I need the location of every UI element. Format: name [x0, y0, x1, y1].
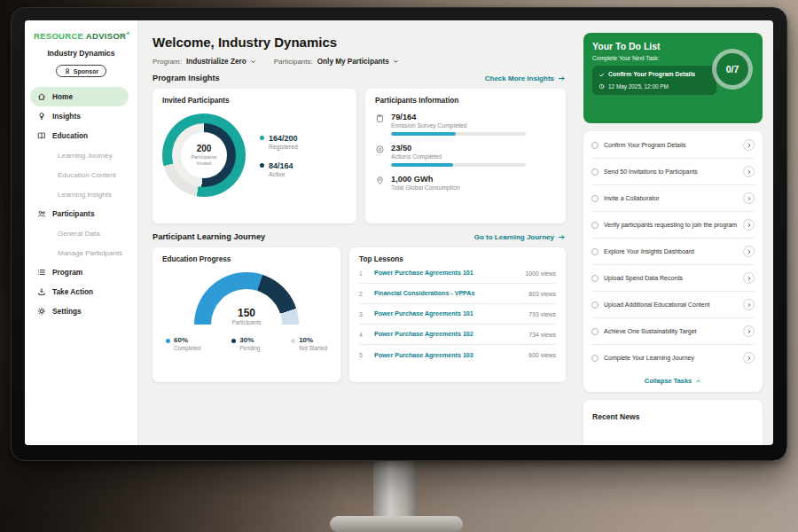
- lesson-link[interactable]: Power Purchase Agreements 101: [374, 270, 520, 277]
- education-legend: 60% Completed 30% Pending 10% Not Starte…: [162, 336, 331, 351]
- task-open-button[interactable]: [743, 352, 755, 364]
- insights-icon: [37, 112, 47, 121]
- check-more-insights-link[interactable]: Check More Insights: [485, 74, 566, 82]
- lesson-rank: 5: [359, 352, 369, 358]
- info-label: Actions Completed: [391, 153, 526, 160]
- task-open-button[interactable]: [743, 139, 755, 151]
- lesson-views: 600 views: [528, 352, 556, 358]
- next-task-due: 12 May 2025, 12:00 PM: [608, 83, 669, 90]
- check-icon: [598, 72, 605, 78]
- arrow-right-icon: [558, 74, 566, 82]
- dashboard-screen: RESOURCE ADVISOR+ Industry Dynamics Spon…: [25, 20, 773, 445]
- task-open-button[interactable]: [743, 246, 755, 257]
- sidebar-item-education-content[interactable]: Education Content: [30, 165, 129, 184]
- sidebar-item-participants[interactable]: Participants: [30, 204, 129, 223]
- task-open-button[interactable]: [743, 192, 755, 204]
- task-checkbox[interactable]: [591, 275, 598, 282]
- sidebar-item-insights[interactable]: Insights: [30, 106, 129, 126]
- lesson-link[interactable]: Power Purchase Agreements 101: [374, 310, 523, 317]
- sidebar-item-settings[interactable]: Settings: [30, 301, 129, 321]
- task-checkbox[interactable]: [591, 195, 598, 202]
- task-open-button[interactable]: [743, 299, 755, 310]
- todo-task-row[interactable]: Achieve One Sustainability Target: [591, 318, 755, 345]
- task-open-button[interactable]: [743, 325, 755, 337]
- lesson-link[interactable]: Power Purchase Agreements 103: [374, 352, 523, 359]
- invited-center-value: 200: [197, 144, 212, 153]
- sidebar-item-learning-insights[interactable]: Learning Insights: [30, 184, 129, 204]
- lesson-rank: 4: [359, 332, 369, 338]
- education-gauge-center: 150 Participants: [194, 307, 299, 325]
- task-open-button[interactable]: [743, 272, 755, 284]
- collapse-tasks-label: Collapse Tasks: [645, 377, 692, 385]
- todo-task-row[interactable]: Complete Your Learning Journey: [591, 345, 755, 371]
- next-task-box[interactable]: Confirm Your Program Details 12 May 2025…: [592, 66, 716, 95]
- todo-task-row[interactable]: Verify participants requesting to join t…: [591, 212, 755, 239]
- todo-task-row[interactable]: Invite a Collaborator: [591, 185, 755, 212]
- task-checkbox[interactable]: [591, 301, 598, 309]
- take-action-icon: [37, 287, 47, 297]
- task-checkbox[interactable]: [591, 222, 598, 229]
- sidebar-item-label: Learning Journey: [58, 152, 113, 160]
- chevron-down-icon: [250, 59, 256, 65]
- task-checkbox[interactable]: [591, 168, 598, 176]
- legend-label: Active: [269, 171, 293, 177]
- todo-task-row[interactable]: Send 50 Invitations to Participants: [591, 159, 755, 185]
- task-checkbox[interactable]: [591, 248, 598, 255]
- go-to-learning-journey-link[interactable]: Go to Learning Journey: [474, 233, 566, 241]
- top-lessons-card: Top Lessons 1 Power Purchase Agreements …: [349, 247, 566, 382]
- lesson-row: 5 Power Purchase Agreements 103 600 view…: [359, 345, 556, 365]
- legend-item-registered: 164/200 Registered: [260, 134, 298, 150]
- lesson-rank: 3: [359, 311, 369, 317]
- actions-progress-fill: [391, 163, 453, 167]
- task-label: Invite a Collaborator: [604, 194, 738, 202]
- legend-dot-light: [291, 339, 295, 343]
- legend-dot-teal: [260, 136, 264, 140]
- chevron-down-icon: [393, 59, 399, 65]
- sidebar-item-take-action[interactable]: Take Action: [30, 282, 129, 301]
- task-checkbox[interactable]: [591, 355, 598, 362]
- legend-dot-navy: [260, 163, 264, 168]
- program-select[interactable]: Industrialize Zero: [186, 58, 256, 66]
- sidebar-item-label: Insights: [52, 112, 81, 121]
- legend-label: Completed: [174, 345, 200, 351]
- todo-task-row[interactable]: Upload Additional Educational Content: [591, 292, 755, 318]
- sidebar-item-general-data[interactable]: General Data: [30, 223, 129, 243]
- sidebar-item-home[interactable]: Home: [30, 87, 129, 106]
- participants-select[interactable]: Only My Participants: [317, 58, 399, 66]
- todo-summary-card: Your To Do List Complete Your Next Task:…: [583, 33, 763, 123]
- recent-news-title: Recent News: [592, 412, 640, 421]
- task-label: Achieve One Sustainability Target: [604, 327, 738, 335]
- sidebar-item-program[interactable]: Program: [30, 262, 129, 282]
- lesson-row: 3 Power Purchase Agreements 101 793 view…: [359, 304, 556, 325]
- collapse-tasks-link[interactable]: Collapse Tasks: [591, 371, 755, 390]
- lesson-views: 1000 views: [526, 270, 556, 277]
- lesson-views: 803 views: [528, 291, 556, 297]
- sidebar-item-manage-participants[interactable]: Manage Participants: [30, 243, 129, 262]
- todo-panel: Your To Do List Complete Your Next Task:…: [576, 20, 773, 445]
- task-open-button[interactable]: [743, 219, 755, 231]
- sponsor-badge[interactable]: Sponsor: [56, 65, 106, 77]
- sidebar-item-education[interactable]: Education: [30, 126, 129, 145]
- todo-task-row[interactable]: Upload Spend Data Records: [591, 265, 755, 292]
- education-progress-card: Education Progress 150 Participants 60: [153, 247, 340, 382]
- todo-task-row[interactable]: Confirm Your Program Details: [591, 132, 755, 159]
- task-open-button[interactable]: [743, 166, 755, 177]
- sidebar-nav: Home Insights Education Learning Journey: [25, 87, 137, 321]
- task-label: Explore Your Insights Dashboard: [604, 247, 738, 255]
- lesson-row: 4 Power Purchase Agreements 102 734 view…: [359, 325, 556, 345]
- task-checkbox[interactable]: [591, 142, 598, 149]
- todo-task-row[interactable]: Explore Your Insights Dashboard: [591, 239, 755, 265]
- monitor-stand-neck: [373, 454, 416, 523]
- sidebar-item-label: Participants: [52, 209, 95, 218]
- legend-item-pending: 30% Pending: [231, 336, 260, 351]
- task-checkbox[interactable]: [591, 328, 598, 335]
- lesson-link[interactable]: Power Purchase Agreements 102: [374, 331, 523, 338]
- go-to-learning-journey-label: Go to Learning Journey: [474, 233, 554, 241]
- sidebar-item-learning-journey[interactable]: Learning Journey: [30, 145, 129, 165]
- filters-bar: Program: Industrialize Zero Participants…: [153, 58, 566, 66]
- lesson-link[interactable]: Financial Considerations - VPPAs: [374, 290, 523, 297]
- survey-progress-fill: [391, 132, 456, 136]
- recent-news-card: Recent News: [583, 400, 763, 445]
- brand-secondary: ADVISOR: [86, 31, 126, 41]
- chevron-right-icon: [747, 276, 752, 281]
